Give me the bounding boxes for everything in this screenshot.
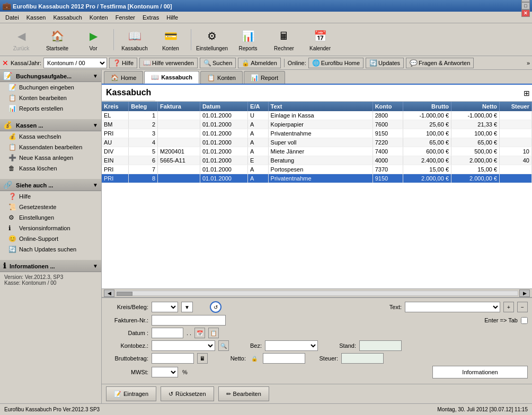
einstellungen-sidebar-label: Einstellungen — [19, 214, 54, 221]
circle-arrow-btn[interactable]: ↺ — [210, 301, 221, 313]
close-small-icon[interactable]: ✕ — [2, 59, 8, 67]
menu-konten[interactable]: Konten — [86, 13, 111, 22]
text-add-btn[interactable]: + — [503, 302, 514, 312]
kontobez-search-btn[interactable]: 🔍 — [218, 340, 229, 351]
menu-kassen[interactable]: Kassen — [23, 13, 49, 22]
zuruck-label: Zurück — [13, 46, 30, 51]
bearbeiten-button[interactable]: ✏ Bearbeiten — [218, 386, 269, 401]
tab-kassabuch[interactable]: 📖 Kassabuch — [144, 71, 199, 84]
kassen-header[interactable]: 💰 Kassen ... ▼ — [0, 119, 101, 131]
scroll-left-btn[interactable]: ◀ — [104, 290, 114, 297]
kassen-expand-icon[interactable]: ▼ — [93, 122, 98, 128]
bez-label: Bez: — [246, 342, 262, 349]
table-row[interactable]: DIV5M20040101.01.2000AMiete Jänner740060… — [102, 147, 532, 156]
sidebar-item-reports-erstellen[interactable]: 📊 Reports erstellen — [0, 103, 101, 114]
informationen-header[interactable]: ℹ Informationen ... ▼ — [0, 260, 101, 272]
table-row[interactable]: PRI301.01.2000APrivatentnahme9150100,00 … — [102, 129, 532, 138]
sidebar-item-gesetzestexte[interactable]: 📜 Gesetzestexte — [0, 202, 101, 212]
brutto-calc-btn[interactable]: 🖩 — [197, 353, 208, 364]
informationen-expand-icon[interactable]: ▼ — [93, 263, 98, 269]
suchen-button[interactable]: 🔍 Suchen — [200, 58, 236, 68]
abmelden-button[interactable]: 🔒 Abmelden — [238, 58, 281, 68]
hilfe-verwenden-button[interactable]: 📖 Hilfe verwenden — [139, 58, 198, 68]
text-select[interactable] — [405, 302, 500, 312]
table-row[interactable]: BM201.01.2000AKopierpapier760025,60 €21,… — [102, 120, 532, 129]
einstellungen-button[interactable]: ⚙ Einstellungen — [195, 25, 229, 54]
eurofibu-home-button[interactable]: 🌐 Eurofibu Home — [308, 58, 363, 68]
sidebar-item-buchungen-eingeben[interactable]: 📝 Buchungen eingeben — [0, 82, 101, 93]
kreis-expand-btn[interactable]: ▼ — [181, 302, 193, 312]
enter-tab-checkbox[interactable] — [521, 317, 528, 324]
tab-konten[interactable]: 📋 Konten — [200, 71, 243, 84]
reports-button[interactable]: 📊 Reports — [231, 25, 265, 54]
zuruck-button[interactable]: ◀ Zurück — [4, 25, 38, 54]
info-expand-icon[interactable]: ⊞ — [521, 87, 532, 100]
siehe-auch-header[interactable]: 🔗 Siehe auch ... ▼ — [0, 179, 101, 191]
hilfe-button[interactable]: ❓ Hilfe — [109, 58, 137, 68]
startseite-button[interactable]: 🏠 Startseite — [40, 25, 74, 54]
tab-home[interactable]: 🏠 Home — [104, 71, 143, 84]
horizontal-scrollbar[interactable]: ◀ ▶ — [102, 288, 532, 297]
text-del-btn[interactable]: − — [517, 302, 528, 312]
cell-faktura — [158, 138, 200, 147]
datum-label: Datum : — [106, 330, 148, 336]
vor-button[interactable]: ▶ Vor — [76, 25, 110, 54]
table-row[interactable]: PRI801.01.2000APrivatentnahme91502.000,0… — [102, 174, 532, 183]
online-label: Online: — [288, 60, 306, 66]
bruttobetrag-input[interactable]: 0 — [152, 353, 194, 364]
menu-kassabuch[interactable]: Kassabuch — [50, 13, 85, 22]
datum-input[interactable] — [152, 328, 183, 338]
kalender-button[interactable]: 📅 Kalender — [303, 25, 337, 54]
fakturen-nr-input[interactable] — [152, 315, 226, 326]
sidebar-item-konten-bearbeiten[interactable]: 📋 Konten bearbeiten — [0, 93, 101, 103]
kassabuch-table-container[interactable]: Kreis Beleg Faktura Datum E/A Text Konto… — [102, 102, 532, 288]
sidebar-item-neue-kassa-anlegen[interactable]: ➕ Neue Kassa anlegen — [0, 152, 101, 163]
bez-select[interactable] — [265, 340, 318, 351]
datum-extra-btn[interactable]: 📋 — [208, 328, 219, 338]
sidebar: 📝 Buchungsaufgabe... ▼ 📝 Buchungen einge… — [0, 70, 102, 403]
kassa-select[interactable]: Kontonum / 00 — [43, 58, 107, 68]
menu-hilfe[interactable]: Hilfe — [163, 13, 181, 22]
table-row[interactable]: EL101.01.2000UEinlage in Kassa2800-1.000… — [102, 111, 532, 120]
sidebar-item-kassa-wechseln[interactable]: 💰 Kassa wechseln — [0, 131, 101, 142]
scrollbar-thumb[interactable] — [117, 292, 132, 296]
menu-fenster[interactable]: Fenster — [112, 13, 138, 22]
netto-input[interactable] — [263, 353, 305, 364]
menu-datei[interactable]: Datei — [2, 13, 22, 22]
eintragen-button[interactable]: 📝 Eintragen — [106, 386, 156, 401]
expand-btn[interactable]: » — [527, 60, 530, 66]
cell-brutto: 600,00 € — [403, 147, 451, 156]
scroll-right-btn[interactable]: ▶ — [519, 290, 530, 297]
table-row[interactable]: PRI701.01.2000APortospesen737015,00 €15,… — [102, 165, 532, 174]
updates-button[interactable]: 🔄 Updates — [366, 58, 404, 68]
sidebar-item-versionsinformation[interactable]: ℹ Versionsinformation — [0, 223, 101, 233]
buchungsaufgaben-expand-icon[interactable]: ▼ — [93, 73, 98, 79]
stand-input[interactable] — [359, 340, 402, 351]
sidebar-item-hilfe[interactable]: ❓ Hilfe — [0, 191, 101, 202]
menubar: Datei Kassen Kassabuch Konten Fenster Ex… — [0, 12, 532, 23]
rucksetzen-button[interactable]: ↺ Rücksetzen — [161, 386, 214, 401]
konten-button[interactable]: 💳 Konten — [154, 25, 188, 54]
table-row[interactable]: AU401.01.2000ASuper voll722065,00 €65,00… — [102, 138, 532, 147]
kreis-select[interactable] — [152, 302, 178, 312]
buchungsaufgaben-header[interactable]: 📝 Buchungsaufgabe... ▼ — [0, 70, 101, 82]
pencil-icon: 📝 — [8, 84, 17, 91]
siehe-auch-expand-icon[interactable]: ▼ — [93, 182, 98, 188]
sidebar-item-nach-updates-suchen[interactable]: 🔄 Nach Updates suchen — [0, 244, 101, 255]
fragen-button[interactable]: 💬 Fragen & Antworten — [406, 58, 474, 68]
kontobez-select[interactable] — [152, 340, 215, 351]
kassabuch-button[interactable]: 📖 Kassabuch — [118, 25, 152, 54]
datum-calendar-btn[interactable]: 📅 — [194, 328, 205, 338]
sidebar-item-kassa-loschen[interactable]: 🗑 Kassa löschen — [0, 163, 101, 174]
menu-extras[interactable]: Extras — [139, 13, 162, 22]
sidebar-item-kassendaten-bearbeiten[interactable]: 📋 Kassendaten bearbeiten — [0, 142, 101, 152]
mwst-select[interactable] — [152, 367, 178, 377]
close-button[interactable]: ✕ — [521, 10, 530, 17]
tab-report[interactable]: 📊 Report — [244, 71, 285, 84]
steuer-input[interactable] — [341, 353, 384, 364]
rechner-button[interactable]: 🖩 Rechner — [267, 25, 301, 54]
sidebar-item-einstellungen[interactable]: ⚙ Einstellungen — [0, 212, 101, 223]
sidebar-item-online-support[interactable]: 😊 Online-Support — [0, 233, 101, 244]
maximize-button[interactable]: □ — [521, 2, 530, 10]
table-row[interactable]: EIN65665-A1101.01.2000EBeratung40002.400… — [102, 156, 532, 165]
